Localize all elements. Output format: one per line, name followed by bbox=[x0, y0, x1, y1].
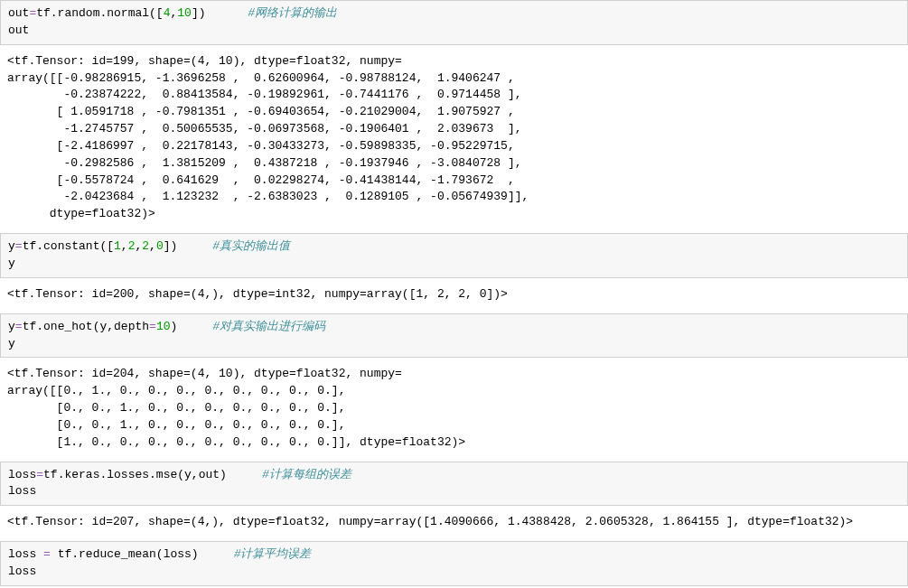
code-output-cell: <tf.Tensor: id=204, shape=(4, 10), dtype… bbox=[0, 361, 908, 455]
notebook-root: out=tf.random.normal([4,10]) #网络计算的输出 ou… bbox=[0, 0, 908, 588]
code-input-cell[interactable]: y=tf.constant([1,2,2,0]) #真实的输出值 y bbox=[0, 233, 908, 278]
code-input-cell[interactable]: loss = tf.reduce_mean(loss) #计算平均误差 loss bbox=[0, 541, 908, 586]
code-input-cell[interactable]: loss=tf.keras.losses.mse(y,out) #计算每组的误差… bbox=[0, 462, 908, 507]
code-output-cell: <tf.Tensor: id=199, shape=(4, 10), dtype… bbox=[0, 49, 908, 228]
code-output-cell: <tf.Tensor: id=200, shape=(4,), dtype=in… bbox=[0, 282, 908, 308]
code-input-cell[interactable]: y=tf.one_hot(y,depth=10) #对真实输出进行编码 y bbox=[0, 313, 908, 359]
code-output-cell: <tf.Tensor: id=207, shape=(4,), dtype=fl… bbox=[0, 509, 908, 536]
code-input-cell[interactable]: out=tf.random.normal([4,10]) #网络计算的输出 ou… bbox=[0, 0, 908, 45]
